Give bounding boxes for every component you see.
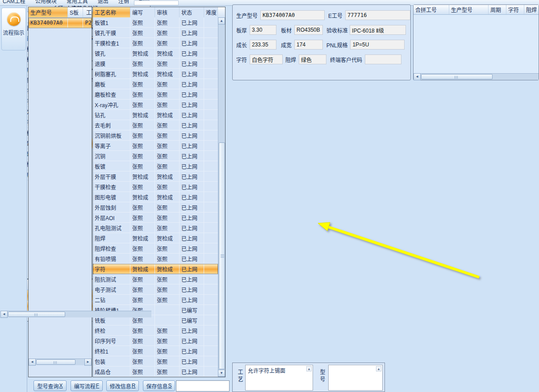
model-value[interactable]: KB374007A0 — [260, 10, 325, 20]
craft-textarea[interactable]: 允许字符上锡面 ▲ — [245, 365, 313, 391]
process-row[interactable]: 镀孔 贺检成 贺检成 已上网 — [93, 48, 218, 58]
writer-header[interactable]: 编写 — [130, 7, 155, 17]
process-name-header[interactable]: 工艺名称 — [93, 7, 130, 17]
scroll-right-icon[interactable]: ► — [84, 359, 92, 366]
merge-col-header[interactable]: 阻焊 — [524, 5, 539, 14]
process-row[interactable]: 退膜 张熙 张熙 已上网 — [93, 58, 218, 69]
menu-search-input[interactable] — [134, 0, 179, 5]
scroll-left-icon[interactable]: ◄ — [0, 311, 8, 318]
difficulty-header[interactable]: 难度 — [204, 7, 218, 17]
reviewer-header[interactable]: 审核 — [155, 7, 180, 17]
process-row[interactable]: 外层蚀刻 张熙 张熙 已上网 — [93, 202, 218, 213]
scroll-up-icon[interactable]: ▲ — [376, 366, 381, 371]
pnl-value[interactable]: 1P=5U — [350, 40, 405, 50]
status-header[interactable]: 状态 — [180, 7, 204, 17]
menu-item[interactable]: 退出 — [98, 0, 109, 4]
process-row[interactable]: 干膜检查 张熙 张熙 已上网 — [93, 182, 218, 192]
model-row[interactable]: KB374007A0 P2 — [29, 18, 92, 28]
process-row[interactable]: 阻抗测试 张熙 张熙 已上网 — [93, 274, 218, 284]
process-row[interactable]: 包装 张熙 张熙 已上网 — [93, 356, 218, 367]
width-value[interactable]: 174 — [294, 40, 323, 50]
scroll-left-icon[interactable]: ◄ — [29, 359, 36, 366]
process-row[interactable]: 终检 张熙 张熙 已上网 — [93, 325, 218, 336]
process-row[interactable]: 沉铜 张熙 张熙 已上网 — [93, 151, 218, 161]
sboard-col-header[interactable]: S板 — [68, 7, 83, 17]
material-value[interactable]: RO4350B — [294, 25, 323, 35]
process-row[interactable]: 有铅喷锡 张熙 张熙 已上网 — [93, 254, 218, 264]
process-vscroll-thumb[interactable] — [219, 142, 225, 369]
process-row[interactable]: 阻焊 贺检成 贺检成 已上网 — [93, 233, 218, 243]
menu-item[interactable]: CAM工程 — [3, 0, 25, 4]
client-value[interactable] — [365, 54, 401, 64]
process-row[interactable]: 镀孔干膜 张熙 张熙 已上网 — [93, 28, 218, 38]
process-status: 已上网 — [180, 110, 204, 120]
merge-col-header[interactable]: 合拼工号 — [414, 5, 449, 14]
process-reviewer: 张熙 — [155, 284, 180, 294]
process-row[interactable]: 外层干膜 贺检成 贺检成 已上网 — [93, 171, 218, 182]
process-row[interactable]: 板镀 张熙 张熙 已上网 — [93, 161, 218, 171]
eid-value[interactable]: 777716 — [345, 10, 410, 20]
merge-col-header[interactable]: 生产型号 — [449, 5, 489, 14]
process-row[interactable]: 二钻 张熙 张熙 已上网 — [93, 295, 218, 305]
menu-item[interactable]: 注销 — [118, 0, 129, 4]
ink-hscrollbar[interactable]: ◄ — [0, 311, 151, 317]
process-row[interactable]: 等离子 张熙 张熙 已上网 — [93, 141, 218, 151]
process-status: 已上网 — [180, 254, 204, 263]
process-row[interactable]: 干膜检查1 张熙 张熙 已上网 — [93, 38, 218, 48]
flow-indicator-label: 流程指示 — [2, 29, 25, 36]
merge-col-header[interactable]: 字符 — [506, 5, 524, 14]
merge-hscroll-thumb[interactable] — [421, 74, 493, 79]
model-textarea[interactable]: ▲ — [328, 365, 383, 391]
save-info-button[interactable]: 保存信息S — [143, 380, 175, 391]
mask-value[interactable]: 绿色 — [299, 54, 326, 64]
menu-item[interactable]: 常用工具 — [67, 0, 88, 4]
process-row[interactable]: 字符 贺检成 贺检成 已上网 — [93, 264, 218, 274]
merge-hscrollbar[interactable]: ◄ — [414, 73, 539, 80]
work-col-header[interactable]: 工 — [83, 7, 92, 17]
write-flow-button[interactable]: 编写流程F — [71, 380, 103, 391]
ink-hscroll-thumb[interactable] — [8, 312, 65, 317]
process-status: 已上网 — [180, 69, 204, 79]
process-row[interactable]: 阻焊检查 张熙 张熙 已上网 — [93, 243, 218, 254]
menu-item[interactable]: 公用模块 — [35, 0, 57, 4]
process-row[interactable]: 外层AOI 张熙 张熙 已上网 — [93, 213, 218, 223]
model-query-button[interactable]: 型号查询X — [33, 380, 67, 391]
model-hscrollbar[interactable]: ◄ ► — [29, 359, 92, 365]
scroll-up-icon[interactable]: ▲ — [306, 366, 312, 371]
scroll-up-icon[interactable]: ▲ — [218, 17, 225, 25]
process-row[interactable]: 树脂塞孔 贺检成 贺检成 已上网 — [93, 69, 218, 79]
process-writer: 张熙 — [130, 100, 155, 109]
process-writer: 张熙 — [130, 254, 155, 263]
process-row[interactable]: 电子测试 张熙 张熙 已上网 — [93, 284, 218, 295]
process-row[interactable]: X-ray冲孔 张熙 张熙 已上网 — [93, 100, 218, 110]
legend-value[interactable]: 白色字符 — [250, 54, 283, 64]
process-row[interactable]: 磨板 张熙 张熙 已上网 — [93, 79, 218, 89]
process-row[interactable]: 沉铜前烘板 张熙 张熙 已上网 — [93, 130, 218, 141]
process-difficulty — [204, 28, 218, 38]
model-col-header[interactable]: 生产型号 — [29, 7, 68, 17]
process-reviewer: 张熙 — [155, 17, 180, 27]
process-row[interactable]: 印序列号 张熙 张熙 已上网 — [93, 336, 218, 346]
thickness-value[interactable]: 3.30 — [250, 25, 276, 35]
standard-value[interactable]: IPC-6018 Ⅱ级 — [350, 25, 406, 35]
process-row[interactable]: 图形电镀 贺检成 贺检成 已上网 — [93, 192, 218, 202]
length-value[interactable]: 233.35 — [250, 40, 276, 50]
process-row[interactable]: 成品仓 张熙 张熙 已上网 — [93, 367, 218, 377]
process-row[interactable]: 终检1 张熙 张熙 已上网 — [93, 346, 218, 356]
process-row[interactable]: 钻孔 贺检成 贺检成 已上网 — [93, 110, 218, 120]
modify-info-button[interactable]: 修改信息R — [106, 380, 139, 391]
flow-indicator-button[interactable]: 流程指示 — [1, 8, 26, 50]
process-row[interactable]: 板镀1 张熙 张熙 已上网 — [93, 17, 218, 28]
process-row[interactable]: 磨板检查 张熙 张熙 已上网 — [93, 89, 218, 100]
process-name: 阻焊检查 — [93, 243, 130, 253]
scroll-down-icon[interactable]: ▼ — [218, 370, 225, 377]
process-row[interactable]: 去毛刺 张熙 张熙 已上网 — [93, 120, 218, 130]
process-vscrollbar[interactable]: ▲ ▼ — [218, 17, 225, 377]
bottom-text-input[interactable] — [176, 380, 230, 392]
process-row[interactable]: 孔电阻测试 张熙 张熙 已上网 — [93, 223, 218, 233]
merge-col-header[interactable]: 周期 — [489, 5, 506, 14]
model-hscroll-thumb[interactable] — [36, 359, 75, 365]
process-status: 已上网 — [180, 17, 204, 27]
scroll-left-icon[interactable]: ◄ — [414, 73, 421, 80]
process-reviewer — [155, 315, 180, 325]
